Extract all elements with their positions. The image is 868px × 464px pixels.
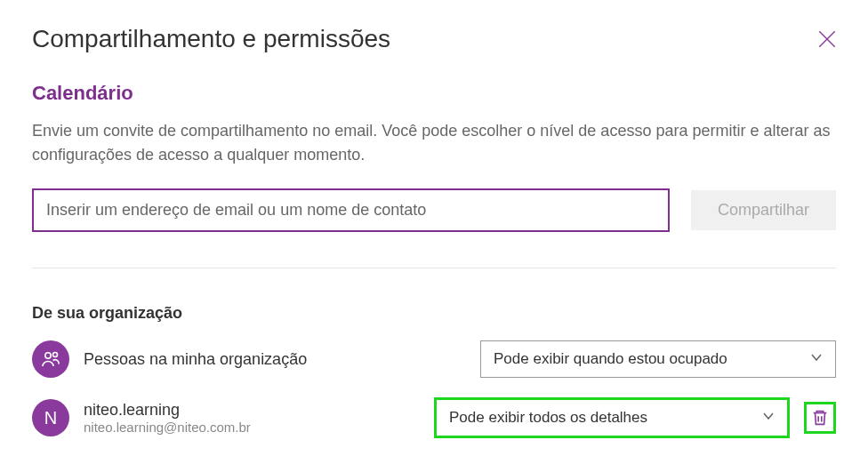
permission-value: Pode exibir quando estou ocupado — [494, 350, 727, 368]
email-input[interactable] — [32, 188, 670, 232]
organization-section-label: De sua organização — [32, 304, 836, 323]
permission-select-org[interactable]: Pode exibir quando estou ocupado — [480, 340, 836, 378]
permission-row-organization: Pessoas na minha organização Pode exibir… — [32, 340, 836, 378]
svg-point-3 — [53, 353, 58, 357]
permission-value: Pode exibir todos os detalhes — [449, 409, 647, 427]
people-avatar — [32, 340, 69, 378]
share-button[interactable]: Compartilhar — [691, 190, 836, 230]
user-email: niteo.learning@niteo.com.br — [84, 420, 420, 435]
delete-button-wrapper — [804, 402, 836, 434]
calendar-subtitle: Calendário — [32, 82, 836, 105]
permission-select-user[interactable]: Pode exibir todos os detalhes — [434, 397, 790, 438]
trash-icon[interactable] — [810, 408, 830, 428]
user-avatar: N — [32, 399, 69, 436]
chevron-down-icon — [810, 350, 823, 368]
chevron-down-icon — [762, 409, 775, 427]
close-icon[interactable] — [818, 30, 836, 48]
org-people-label: Pessoas na minha organização — [84, 350, 466, 369]
permission-row-user: N niteo.learning niteo.learning@niteo.co… — [32, 397, 836, 438]
svg-point-2 — [45, 353, 51, 358]
calendar-description: Envie um convite de compartilhamento no … — [32, 119, 836, 167]
user-name: niteo.learning — [84, 401, 420, 420]
avatar-letter: N — [44, 408, 57, 428]
page-title: Compartilhamento e permissões — [32, 25, 390, 53]
